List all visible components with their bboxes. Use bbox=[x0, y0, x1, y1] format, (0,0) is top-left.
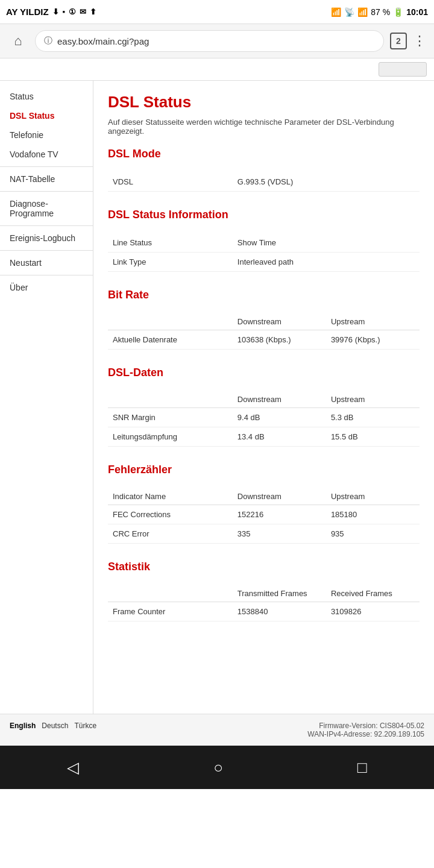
recent-icon: □ bbox=[357, 758, 367, 776]
dsl-status-info-table: Line Status Show Time Link Type Interlea… bbox=[108, 233, 420, 272]
firmware-value: CIS804-05.02 bbox=[380, 722, 424, 730]
line-status-label: Line Status bbox=[108, 233, 233, 253]
sidebar-item-nat-tabelle[interactable]: NAT-Tabelle bbox=[0, 169, 93, 189]
lang-english[interactable]: English bbox=[10, 722, 36, 730]
col-header-downstream: Downstream bbox=[233, 488, 326, 505]
col-header-label bbox=[108, 585, 233, 602]
table-row: Frame Counter 1538840 3109826 bbox=[108, 602, 420, 621]
firmware-label: Firmware-Version: bbox=[319, 722, 377, 730]
menu-button[interactable]: ⋮ bbox=[413, 33, 427, 49]
section-statistik-title: Statistik bbox=[108, 561, 420, 577]
table-row: SNR Margin 9.4 dB 5.3 dB bbox=[108, 408, 420, 427]
section-bit-rate-title: Bit Rate bbox=[108, 289, 420, 305]
snr-margin-upstream: 5.3 dB bbox=[326, 408, 420, 427]
sidebar-ueber-label: Über bbox=[10, 283, 28, 292]
wan-value: 92.209.189.105 bbox=[374, 730, 424, 738]
section-statistik: Statistik Transmitted Frames Received Fr… bbox=[108, 561, 420, 621]
info-icon: ⓘ bbox=[44, 36, 52, 46]
section-fehlerzaehler: Fehlerzähler Indicator Name Downstream U… bbox=[108, 464, 420, 544]
info-circle-icon: ① bbox=[69, 7, 76, 16]
tab-count: 2 bbox=[396, 36, 401, 46]
sidebar: Status DSL Status Telefonie Vodafone TV … bbox=[0, 81, 93, 714]
bit-rate-table: Downstream Upstream Aktuelle Datenrate 1… bbox=[108, 313, 420, 350]
sidebar-item-ereignis[interactable]: Ereignis-Logbuch bbox=[0, 228, 93, 248]
sidebar-divider-4 bbox=[0, 250, 93, 251]
col-header-indicator: Indicator Name bbox=[108, 488, 233, 505]
nav-bar: ◁ ○ □ bbox=[0, 746, 434, 789]
carrier-info: AY YILDIZ ⬇ ▪ ① ✉ ⬆ bbox=[6, 7, 96, 17]
fehlerzaehler-table: Indicator Name Downstream Upstream FEC C… bbox=[108, 488, 420, 544]
leitungsdaempfung-label: Leitungsdämpfung bbox=[108, 427, 233, 447]
sidebar-status-label: Status bbox=[0, 87, 93, 106]
firmware-line: Firmware-Version: CIS804-05.02 bbox=[307, 722, 424, 730]
lang-deutsch[interactable]: Deutsch bbox=[42, 722, 68, 730]
col-header-label bbox=[108, 391, 233, 408]
dsl-mode-table: VDSL G.993.5 (VDSL) bbox=[108, 172, 420, 192]
sidebar-nat-tabelle-label: NAT-Tabelle bbox=[10, 174, 55, 184]
table-header-row: Downstream Upstream bbox=[108, 313, 420, 330]
section-dsl-status-info-title: DSL Status Information bbox=[108, 209, 420, 225]
recent-button[interactable]: □ bbox=[357, 758, 367, 777]
bluetooth-icon: 📶 bbox=[331, 7, 341, 17]
tab-count-badge[interactable]: 2 bbox=[390, 33, 407, 49]
dsl-daten-table: Downstream Upstream SNR Margin 9.4 dB 5.… bbox=[108, 391, 420, 447]
status-right: 📶 📡 📶 87 % 🔋 10:01 bbox=[331, 7, 428, 17]
snr-margin-downstream: 9.4 dB bbox=[233, 408, 326, 427]
url-text: easy.box/main.cgi?pag bbox=[57, 36, 149, 46]
lang-tuerkce[interactable]: Türkce bbox=[74, 722, 96, 730]
vdsl-label: VDSL bbox=[108, 172, 233, 192]
section-dsl-mode-title: DSL Mode bbox=[108, 148, 420, 164]
mail-icon: ✉ bbox=[80, 7, 86, 16]
sidebar-item-dsl-status[interactable]: DSL Status bbox=[0, 106, 93, 125]
sidebar-item-diagnose[interactable]: Diagnose-Programme bbox=[0, 194, 93, 223]
section-dsl-status-info: DSL Status Information Line Status Show … bbox=[108, 209, 420, 272]
back-icon: ◁ bbox=[67, 758, 79, 776]
table-header-row: Transmitted Frames Received Frames bbox=[108, 585, 420, 602]
crc-error-downstream: 335 bbox=[233, 524, 326, 544]
external-icon: ⬆ bbox=[90, 7, 96, 16]
url-bar[interactable]: ⓘ easy.box/main.cgi?pag bbox=[35, 30, 384, 52]
footer-firmware-info: Firmware-Version: CIS804-05.02 WAN-IPv4-… bbox=[307, 722, 424, 738]
fec-corrections-downstream: 152216 bbox=[233, 505, 326, 524]
wan-label: WAN-IPv4-Adresse: bbox=[307, 730, 372, 738]
line-status-value: Show Time bbox=[233, 233, 326, 253]
crc-error-label: CRC Error bbox=[108, 524, 233, 544]
home-nav-button[interactable]: ○ bbox=[213, 758, 223, 777]
link-type-label: Link Type bbox=[108, 253, 233, 272]
sidebar-item-vodafone-tv[interactable]: Vodafone TV bbox=[0, 145, 93, 164]
sidebar-vodafone-tv-label: Vodafone TV bbox=[10, 149, 58, 159]
fec-corrections-upstream: 185180 bbox=[326, 505, 420, 524]
vdsl-value: G.993.5 (VDSL) bbox=[233, 172, 326, 192]
battery-icon: 🔋 bbox=[393, 7, 403, 17]
top-bar-button[interactable] bbox=[379, 62, 427, 77]
table-row: VDSL G.993.5 (VDSL) bbox=[108, 172, 420, 192]
col-header-upstream: Upstream bbox=[326, 488, 420, 505]
frame-counter-received: 3109826 bbox=[326, 602, 420, 621]
col-header-received: Received Frames bbox=[326, 585, 420, 602]
wan-line: WAN-IPv4-Adresse: 92.209.189.105 bbox=[307, 730, 424, 738]
section-dsl-mode: DSL Mode VDSL G.993.5 (VDSL) bbox=[108, 148, 420, 192]
sidebar-item-telefonie[interactable]: Telefonie bbox=[0, 125, 93, 145]
status-bar: AY YILDIZ ⬇ ▪ ① ✉ ⬆ 📶 📡 📶 87 % 🔋 10:01 bbox=[0, 0, 434, 24]
sidebar-item-neustart[interactable]: Neustart bbox=[0, 253, 93, 272]
snr-margin-label: SNR Margin bbox=[108, 408, 233, 427]
sidebar-telefonie-label: Telefonie bbox=[10, 130, 43, 140]
main-layout: Status DSL Status Telefonie Vodafone TV … bbox=[0, 81, 434, 714]
sidebar-diagnose-label: Diagnose-Programme bbox=[10, 199, 54, 218]
sidebar-divider-1 bbox=[0, 166, 93, 167]
browser-bar: ⌂ ⓘ easy.box/main.cgi?pag 2 ⋮ bbox=[0, 24, 434, 58]
sidebar-item-ueber[interactable]: Über bbox=[0, 278, 93, 297]
back-button[interactable]: ◁ bbox=[67, 758, 79, 777]
frame-counter-transmitted: 1538840 bbox=[233, 602, 326, 621]
carrier-name: AY YILDIZ bbox=[6, 7, 49, 17]
top-bar bbox=[0, 58, 434, 81]
section-dsl-daten-title: DSL-Daten bbox=[108, 366, 420, 383]
screen-icon: ▪ bbox=[63, 7, 66, 16]
table-row: FEC Corrections 152216 185180 bbox=[108, 505, 420, 524]
aktuelle-datenrate-downstream: 103638 (Kbps.) bbox=[233, 330, 326, 350]
section-fehlerzaehler-title: Fehlerzähler bbox=[108, 464, 420, 480]
section-bit-rate: Bit Rate Downstream Upstream Aktuelle Da… bbox=[108, 289, 420, 350]
fec-corrections-label: FEC Corrections bbox=[108, 505, 233, 524]
link-type-value: Interleaved path bbox=[233, 253, 326, 272]
home-button[interactable]: ⌂ bbox=[7, 30, 29, 52]
